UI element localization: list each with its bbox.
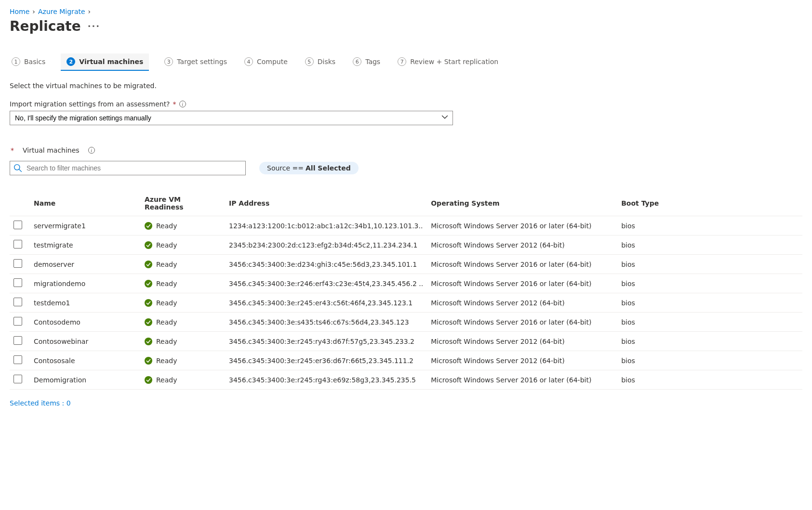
cell-readiness: Ready bbox=[141, 332, 225, 351]
info-icon[interactable]: i bbox=[88, 147, 95, 154]
row-checkbox[interactable] bbox=[13, 240, 22, 248]
cell-name: testmigrate bbox=[30, 235, 141, 255]
cell-os: Microsoft Windows Server 2016 or later (… bbox=[427, 370, 617, 390]
cell-readiness: Ready bbox=[141, 351, 225, 370]
row-checkbox[interactable] bbox=[13, 355, 22, 364]
breadcrumb-home[interactable]: Home bbox=[10, 8, 29, 15]
breadcrumb-azure-migrate[interactable]: Azure Migrate bbox=[38, 8, 85, 15]
selected-items-count: Selected items : 0 bbox=[10, 399, 802, 407]
readiness-text: Ready bbox=[156, 338, 177, 345]
cell-boot: bios bbox=[617, 274, 802, 293]
check-circle-icon bbox=[145, 318, 152, 326]
chevron-right-icon: › bbox=[88, 8, 91, 15]
check-circle-icon bbox=[145, 376, 152, 384]
cell-ip: 3456:c345:3400:3e:d234:ghi3:c45e:56d3,23… bbox=[225, 255, 427, 274]
cell-readiness: Ready bbox=[141, 216, 225, 235]
table-row[interactable]: ContosodemoReady3456.c345:3400:3e:s435:t… bbox=[10, 313, 802, 332]
row-checkbox[interactable] bbox=[13, 278, 22, 287]
column-header-os[interactable]: Operating System bbox=[427, 191, 617, 216]
tab-disks[interactable]: 5 Disks bbox=[303, 53, 337, 71]
tab-tags[interactable]: 6 Tags bbox=[351, 53, 382, 71]
readiness-text: Ready bbox=[156, 280, 177, 288]
row-checkbox[interactable] bbox=[13, 221, 22, 229]
import-settings-selected-value[interactable]: No, I'll specify the migration settings … bbox=[10, 111, 453, 125]
cell-ip: 2345:b234:2300:2d:c123:efg2:b34d:45c2,11… bbox=[225, 235, 427, 255]
column-header-ip[interactable]: IP Address bbox=[225, 191, 427, 216]
row-checkbox[interactable] bbox=[13, 336, 22, 345]
section-help-text: Select the virtual machines to be migrat… bbox=[10, 82, 802, 90]
tab-label: Basics bbox=[24, 58, 45, 65]
cell-os: Microsoft Windows Server 2012 (64-bit) bbox=[427, 332, 617, 351]
cell-boot: bios bbox=[617, 235, 802, 255]
svg-line-1 bbox=[19, 170, 22, 172]
row-checkbox[interactable] bbox=[13, 298, 22, 306]
cell-ip: 3456.c345:3400:3e:r246:erf43:c23e:45t4,2… bbox=[225, 274, 427, 293]
column-header-name[interactable]: Name bbox=[30, 191, 141, 216]
import-settings-select[interactable]: No, I'll specify the migration settings … bbox=[10, 111, 453, 125]
breadcrumb: Home › Azure Migrate › bbox=[10, 8, 802, 15]
cell-boot: bios bbox=[617, 255, 802, 274]
readiness-text: Ready bbox=[156, 241, 177, 249]
table-row[interactable]: DemomigrationReady3456.c345:3400:3e:r245… bbox=[10, 370, 802, 390]
cell-readiness: Ready bbox=[141, 370, 225, 390]
readiness-text: Ready bbox=[156, 299, 177, 307]
import-settings-label: Import migration settings from an assess… bbox=[10, 100, 802, 108]
cell-ip: 3456.c345:3400:3e:r245:ry43:d67f:57g5,23… bbox=[225, 332, 427, 351]
cell-name: servermigrate1 bbox=[30, 216, 141, 235]
check-circle-icon bbox=[145, 338, 152, 345]
tab-virtual-machines[interactable]: 2 Virtual machines bbox=[61, 53, 149, 71]
cell-name: Demomigration bbox=[30, 370, 141, 390]
search-input[interactable] bbox=[10, 161, 246, 175]
row-checkbox[interactable] bbox=[13, 375, 22, 383]
more-actions-button[interactable]: ··· bbox=[88, 21, 101, 31]
row-checkbox[interactable] bbox=[13, 317, 22, 326]
table-row[interactable]: testmigrateReady2345:b234:2300:2d:c123:e… bbox=[10, 235, 802, 255]
cell-ip: 3456.c345:3400:3e:r245:rg43:e69z:58g3,23… bbox=[225, 370, 427, 390]
svg-point-0 bbox=[14, 165, 20, 170]
tab-target-settings[interactable]: 3 Target settings bbox=[162, 53, 229, 71]
cell-name: demoserver bbox=[30, 255, 141, 274]
step-number-icon: 4 bbox=[244, 57, 253, 66]
table-row[interactable]: migrationdemoReady3456.c345:3400:3e:r246… bbox=[10, 274, 802, 293]
filter-pill-source[interactable]: Source == All Selected bbox=[259, 162, 359, 174]
column-header-boot[interactable]: Boot Type bbox=[617, 191, 802, 216]
tab-label: Review + Start replication bbox=[410, 58, 498, 65]
cell-readiness: Ready bbox=[141, 313, 225, 332]
cell-readiness: Ready bbox=[141, 293, 225, 313]
table-row[interactable]: demoserverReady3456:c345:3400:3e:d234:gh… bbox=[10, 255, 802, 274]
cell-name: Contosodemo bbox=[30, 313, 141, 332]
table-row[interactable]: testdemo1Ready3456.c345:3400:3e:r245:er4… bbox=[10, 293, 802, 313]
step-number-icon: 6 bbox=[353, 57, 361, 66]
table-row[interactable]: ContosowebinarReady3456.c345:3400:3e:r24… bbox=[10, 332, 802, 351]
readiness-text: Ready bbox=[156, 261, 177, 268]
table-row[interactable]: servermigrate1Ready1234:a123:1200:1c:b01… bbox=[10, 216, 802, 235]
cell-os: Microsoft Windows Server 2016 or later (… bbox=[427, 216, 617, 235]
page-title-text: Replicate bbox=[10, 18, 81, 34]
step-tabs: 1 Basics 2 Virtual machines 3 Target set… bbox=[10, 53, 802, 71]
cell-name: Contosowebinar bbox=[30, 332, 141, 351]
column-header-readiness[interactable]: Azure VM Readiness bbox=[141, 191, 225, 216]
check-circle-icon bbox=[145, 357, 152, 365]
filter-label: Source == bbox=[267, 164, 304, 172]
virtual-machines-table: Name Azure VM Readiness IP Address Opera… bbox=[10, 191, 802, 390]
check-circle-icon bbox=[145, 280, 152, 288]
step-number-icon: 7 bbox=[398, 57, 406, 66]
cell-ip: 3456.c345:3400:3e:r245:er43:c56t:46f4,23… bbox=[225, 293, 427, 313]
search-icon bbox=[13, 164, 22, 172]
tab-basics[interactable]: 1 Basics bbox=[10, 53, 47, 71]
cell-readiness: Ready bbox=[141, 235, 225, 255]
tab-label: Target settings bbox=[177, 58, 227, 65]
info-icon[interactable]: i bbox=[179, 101, 186, 107]
tab-compute[interactable]: 4 Compute bbox=[242, 53, 290, 71]
tab-review-start[interactable]: 7 Review + Start replication bbox=[396, 53, 500, 71]
readiness-text: Ready bbox=[156, 357, 177, 365]
cell-name: testdemo1 bbox=[30, 293, 141, 313]
tab-label: Virtual machines bbox=[79, 58, 143, 65]
row-checkbox[interactable] bbox=[13, 259, 22, 268]
check-circle-icon bbox=[145, 222, 152, 230]
cell-name: Contososale bbox=[30, 351, 141, 370]
required-indicator-icon: * bbox=[173, 100, 176, 108]
table-row[interactable]: ContososaleReady3456.c345:3400:3e:r245:e… bbox=[10, 351, 802, 370]
cell-boot: bios bbox=[617, 370, 802, 390]
tab-label: Tags bbox=[365, 58, 380, 65]
